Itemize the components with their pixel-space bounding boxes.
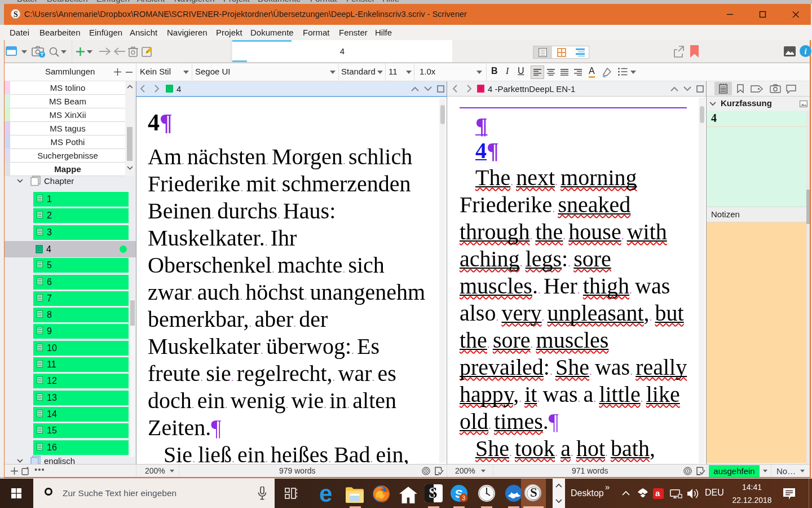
svg-text:3: 3 [462, 494, 465, 501]
